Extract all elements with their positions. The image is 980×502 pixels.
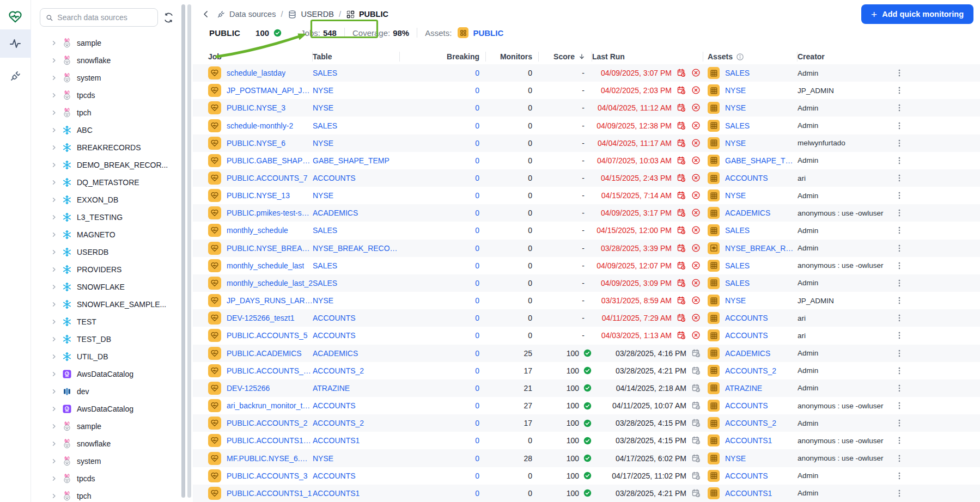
breaking-count-link[interactable]: 0	[475, 331, 479, 340]
job-link[interactable]: JP_POSTMAN_API_JOB_...	[227, 86, 313, 95]
sidebar-item-demo-break-recor-[interactable]: DEMO_BREAK_RECOR...	[31, 156, 180, 174]
expand-chevron-icon[interactable]	[51, 475, 57, 482]
expand-chevron-icon[interactable]	[51, 319, 57, 325]
row-menu-kebab-icon[interactable]	[894, 85, 904, 95]
back-chevron-icon[interactable]	[200, 9, 211, 20]
job-link[interactable]: JP_DAYS_RUNS_LARGE_...	[227, 296, 313, 305]
column-header-score[interactable]: Score	[539, 49, 592, 64]
expand-chevron-icon[interactable]	[51, 388, 57, 395]
expand-chevron-icon[interactable]	[51, 440, 57, 447]
table-link[interactable]: ACCOUNTS1	[313, 489, 360, 498]
row-menu-kebab-icon[interactable]	[894, 436, 904, 445]
expand-chevron-icon[interactable]	[51, 197, 57, 203]
asset-link[interactable]: SALES	[725, 279, 750, 287]
breadcrumb-userdb[interactable]: USERDB	[288, 10, 333, 19]
row-menu-kebab-icon[interactable]	[894, 401, 904, 411]
job-link[interactable]: DEV-125266	[227, 384, 270, 393]
job-link[interactable]: PUBLIC.NYSE_BREAK_RE...	[227, 244, 313, 253]
asset-link[interactable]: ACCOUNTS	[725, 472, 768, 480]
sidebar-item-system[interactable]: system	[31, 69, 180, 87]
row-menu-kebab-icon[interactable]	[894, 208, 904, 218]
row-menu-kebab-icon[interactable]	[894, 366, 904, 376]
expand-chevron-icon[interactable]	[51, 231, 57, 238]
breaking-count-link[interactable]: 0	[475, 121, 479, 130]
asset-link[interactable]: NYSE	[725, 86, 746, 95]
sidebar-item-sample[interactable]: sample	[31, 34, 180, 52]
sidebar-scrollbar[interactable]	[181, 4, 185, 498]
expand-chevron-icon[interactable]	[51, 423, 57, 430]
job-link[interactable]: PUBLIC.NYSE_3	[227, 103, 285, 112]
table-link[interactable]: SALES	[313, 69, 337, 77]
expand-chevron-icon[interactable]	[51, 249, 57, 255]
table-link[interactable]: ACADEMICS	[313, 349, 358, 358]
breaking-count-link[interactable]: 0	[475, 314, 479, 322]
asset-link[interactable]: SALES	[725, 261, 750, 270]
expand-chevron-icon[interactable]	[51, 57, 57, 64]
rail-item-connections[interactable]	[0, 62, 31, 90]
row-menu-kebab-icon[interactable]	[894, 418, 904, 428]
job-link[interactable]: PUBLIC.ACCOUNTS_7	[227, 174, 308, 182]
sidebar-item-system[interactable]: system	[31, 452, 180, 470]
table-link[interactable]: GABE_SHAPE_TEMP	[313, 156, 389, 165]
job-link[interactable]: schedule-monthly-2	[227, 121, 293, 130]
asset-link[interactable]: NYSE	[725, 191, 746, 200]
sidebar-item-dq-metastore[interactable]: DQ_METASTORE	[31, 174, 180, 191]
breaking-count-link[interactable]: 0	[475, 489, 479, 498]
asset-link[interactable]: NYSE	[725, 296, 746, 305]
expand-chevron-icon[interactable]	[51, 493, 57, 499]
row-menu-kebab-icon[interactable]	[894, 454, 904, 463]
asset-link[interactable]: ACCOUNTS	[725, 174, 768, 182]
breaking-count-link[interactable]: 0	[475, 436, 479, 445]
sidebar-item-test[interactable]: TEST	[31, 313, 180, 330]
row-menu-kebab-icon[interactable]	[894, 68, 904, 78]
asset-link[interactable]: ACCOUNTS	[725, 401, 768, 410]
asset-link[interactable]: ATRAZINE	[725, 384, 762, 393]
expand-chevron-icon[interactable]	[51, 371, 57, 377]
breaking-count-link[interactable]: 0	[475, 366, 479, 375]
sidebar-item-tpcds[interactable]: tpcds	[31, 470, 180, 487]
table-link[interactable]: ACCOUNTS	[313, 472, 356, 480]
job-link[interactable]: PUBLIC.ACCOUNTS_2_1	[227, 366, 313, 375]
breaking-count-link[interactable]: 0	[475, 419, 479, 427]
asset-link[interactable]: ACCOUNTS	[725, 331, 768, 340]
expand-chevron-icon[interactable]	[51, 458, 57, 464]
asset-link[interactable]: GABE_SHAPE_TEMP	[725, 156, 798, 165]
expand-chevron-icon[interactable]	[51, 179, 57, 186]
sidebar-item-snowflake-sample-[interactable]: SNOWFLAKE_SAMPLE...	[31, 296, 180, 313]
content-scrollbar[interactable]	[187, 4, 191, 498]
breaking-count-link[interactable]: 0	[475, 279, 479, 287]
table-link[interactable]: ATRAZINE	[313, 384, 350, 393]
sidebar-item-exxon-db[interactable]: EXXON_DB	[31, 191, 180, 209]
job-link[interactable]: PUBLIC.ACADEMICS	[227, 349, 302, 358]
breaking-count-link[interactable]: 0	[475, 454, 479, 463]
table-link[interactable]: SALES	[313, 121, 337, 130]
row-menu-kebab-icon[interactable]	[894, 471, 904, 481]
job-link[interactable]: PUBLIC.ACCOUNTS_2	[227, 419, 308, 427]
sidebar-item-snowflake[interactable]: snowflake	[31, 52, 180, 69]
job-link[interactable]: PUBLIC.ACCOUNTS_5	[227, 331, 308, 340]
table-link[interactable]: ACCOUNTS1	[313, 436, 360, 445]
add-quick-monitoring-button[interactable]: + Add quick monitoring	[861, 4, 973, 24]
row-menu-kebab-icon[interactable]	[894, 103, 904, 113]
asset-link[interactable]: ACCOUNTS_2	[725, 419, 776, 427]
search-data-sources-box[interactable]	[40, 8, 158, 27]
job-link[interactable]: monthly_schedule_last_2	[227, 279, 313, 287]
sidebar-item-util-db[interactable]: UTIL_DB	[31, 348, 180, 365]
expand-chevron-icon[interactable]	[51, 266, 57, 273]
sidebar-item-abc[interactable]: ABC	[31, 121, 180, 139]
job-link[interactable]: PUBLIC.NYSE_6	[227, 139, 285, 148]
expand-chevron-icon[interactable]	[51, 284, 57, 290]
expand-chevron-icon[interactable]	[51, 162, 57, 168]
table-link[interactable]: NYSE	[313, 191, 333, 200]
expand-chevron-icon[interactable]	[51, 353, 57, 360]
table-link[interactable]: NYSE_BREAK_RECOR...	[313, 244, 400, 253]
expand-chevron-icon[interactable]	[51, 92, 57, 99]
expand-chevron-icon[interactable]	[51, 336, 57, 342]
job-link[interactable]: PUBLIC.GABE_SHAPE_TE...	[227, 156, 313, 165]
breaking-count-link[interactable]: 0	[475, 244, 479, 253]
expand-chevron-icon[interactable]	[51, 40, 57, 46]
table-link[interactable]: NYSE	[313, 139, 333, 148]
row-menu-kebab-icon[interactable]	[894, 156, 904, 166]
job-link[interactable]: ari_backrun_monitor_thin...	[227, 401, 313, 410]
expand-chevron-icon[interactable]	[51, 127, 57, 133]
